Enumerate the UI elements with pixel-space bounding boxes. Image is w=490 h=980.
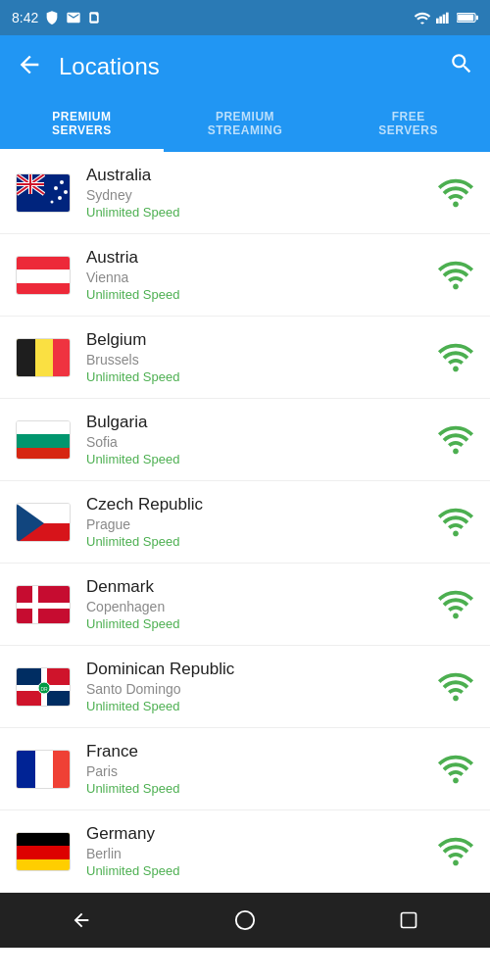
speed-label: Unlimited Speed	[86, 699, 425, 713]
status-time: 8:42	[12, 10, 38, 25]
country-flag	[16, 832, 71, 871]
location-list: Australia Sydney Unlimited Speed Austria…	[0, 152, 490, 893]
svg-point-20	[58, 196, 62, 200]
signal-icon	[436, 11, 452, 24]
list-item[interactable]: Germany Berlin Unlimited Speed	[0, 810, 490, 893]
nav-recent-button[interactable]	[389, 901, 428, 940]
svg-rect-28	[17, 434, 71, 448]
status-left: 8:42	[12, 10, 101, 25]
country-name: Australia	[86, 166, 425, 185]
country-flag	[16, 503, 71, 542]
list-item[interactable]: Czech Republic Prague Unlimited Speed	[0, 481, 490, 564]
speed-label: Unlimited Speed	[86, 863, 425, 878]
svg-rect-2	[443, 15, 446, 24]
wifi-signal-icon	[437, 423, 474, 457]
speed-label: Unlimited Speed	[86, 369, 425, 384]
wifi-signal-icon	[437, 506, 474, 539]
country-name: Denmark	[86, 577, 425, 597]
nav-back-button[interactable]	[62, 901, 101, 940]
country-name: Bulgaria	[86, 413, 425, 432]
wifi-signal-icon	[437, 341, 474, 374]
country-name: France	[86, 742, 425, 761]
bottom-nav	[0, 893, 490, 948]
city-name: Copenhagen	[86, 599, 425, 614]
location-info: France Paris Unlimited Speed	[86, 742, 425, 796]
wifi-signal-icon	[437, 176, 474, 210]
location-info: Denmark Copenhagen Unlimited Speed	[86, 577, 425, 631]
country-name: Belgium	[86, 330, 425, 350]
svg-rect-1	[439, 17, 442, 24]
back-button[interactable]	[16, 51, 43, 82]
location-info: Austria Vienna Unlimited Speed	[86, 248, 425, 302]
location-info: Belgium Brussels Unlimited Speed	[86, 330, 425, 384]
svg-point-19	[64, 190, 68, 194]
svg-point-18	[60, 180, 64, 184]
svg-rect-48	[17, 833, 71, 846]
city-name: Brussels	[86, 352, 425, 368]
svg-rect-26	[53, 339, 71, 377]
status-bar: 8:42	[0, 0, 490, 35]
connection-strength	[437, 506, 474, 539]
location-info: Bulgaria Sofia Unlimited Speed	[86, 413, 425, 466]
list-item[interactable]: France Paris Unlimited Speed	[0, 728, 490, 810]
country-flag	[16, 750, 71, 789]
tab-free-servers[interactable]: FREESERVERS	[326, 98, 490, 152]
page-title: Locations	[59, 53, 449, 80]
svg-rect-16	[29, 174, 31, 194]
connection-strength	[437, 670, 474, 704]
wifi-status-icon	[414, 11, 431, 24]
svg-rect-0	[436, 19, 439, 24]
list-item[interactable]: Austria Vienna Unlimited Speed	[0, 234, 490, 317]
city-name: Prague	[86, 516, 425, 532]
location-info: Australia Sydney Unlimited Speed	[86, 166, 425, 220]
tab-premium-servers[interactable]: PREMIUMSERVERS	[0, 98, 164, 152]
battery-icon	[457, 12, 478, 24]
svg-rect-29	[17, 448, 71, 460]
list-item[interactable]: DR Dominican Republic Santo Domingo Unli…	[0, 646, 490, 728]
connection-strength	[437, 423, 474, 457]
city-name: Sydney	[86, 187, 425, 203]
country-flag	[16, 420, 71, 460]
list-item[interactable]: Denmark Copenhagen Unlimited Speed	[0, 564, 490, 646]
svg-rect-35	[17, 603, 71, 609]
location-info: Germany Berlin Unlimited Speed	[86, 824, 425, 878]
connection-strength	[437, 835, 474, 868]
country-name: Czech Republic	[86, 495, 425, 514]
svg-rect-25	[17, 339, 35, 377]
svg-rect-3	[446, 13, 449, 24]
wifi-signal-icon	[437, 588, 474, 621]
speed-label: Unlimited Speed	[86, 534, 425, 549]
nav-home-button[interactable]	[225, 901, 265, 940]
city-name: Berlin	[86, 846, 425, 861]
svg-rect-51	[401, 913, 416, 928]
speed-label: Unlimited Speed	[86, 205, 425, 220]
country-name: Germany	[86, 824, 425, 844]
status-right	[414, 11, 478, 24]
svg-rect-5	[458, 15, 473, 22]
list-item[interactable]: Bulgaria Sofia Unlimited Speed	[0, 399, 490, 481]
email-icon	[66, 10, 81, 25]
location-info: Czech Republic Prague Unlimited Speed	[86, 495, 425, 549]
list-item[interactable]: Australia Sydney Unlimited Speed	[0, 152, 490, 234]
country-flag	[16, 256, 71, 295]
svg-rect-6	[476, 16, 478, 20]
svg-rect-49	[17, 846, 71, 859]
city-name: Paris	[86, 763, 425, 779]
header: Locations	[0, 35, 490, 98]
search-button[interactable]	[449, 51, 474, 82]
country-flag	[16, 585, 71, 624]
location-info: Dominican Republic Santo Domingo Unlimit…	[86, 660, 425, 713]
svg-rect-23	[17, 270, 71, 283]
country-flag	[16, 173, 71, 213]
svg-point-50	[236, 911, 254, 929]
wifi-signal-icon	[437, 259, 474, 292]
connection-strength	[437, 259, 474, 292]
country-name: Dominican Republic	[86, 660, 425, 679]
speed-label: Unlimited Speed	[86, 616, 425, 631]
city-name: Vienna	[86, 270, 425, 285]
svg-rect-45	[17, 751, 35, 789]
shield-icon	[44, 10, 60, 25]
list-item[interactable]: Belgium Brussels Unlimited Speed	[0, 317, 490, 399]
wifi-signal-icon	[437, 670, 474, 704]
tab-premium-streaming[interactable]: PREMIUMSTREAMING	[164, 98, 327, 152]
